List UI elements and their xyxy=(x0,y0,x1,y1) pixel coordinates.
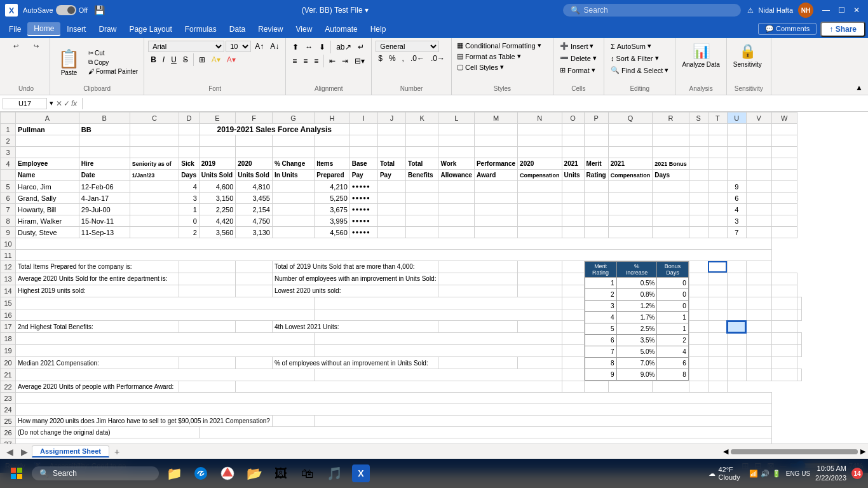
cell-a8[interactable]: Hiram, Walker xyxy=(16,215,79,227)
cell-a23[interactable] xyxy=(16,393,772,404)
next-sheet-button[interactable]: ▶ xyxy=(17,447,32,457)
cell-v4[interactable] xyxy=(746,158,771,170)
cell-a21[interactable] xyxy=(16,369,315,381)
cell-d7[interactable]: 1 xyxy=(179,204,200,215)
cell-s20[interactable] xyxy=(689,357,708,369)
battery-icon[interactable]: 🔋 xyxy=(772,470,781,478)
cell-p9[interactable] xyxy=(584,227,608,238)
increase-decimal-button[interactable]: .0→ xyxy=(428,53,447,64)
search-bar[interactable]: 🔍 xyxy=(563,4,741,17)
cell-k8[interactable] xyxy=(406,215,438,227)
taskbar-chrome[interactable] xyxy=(216,462,239,485)
cell-v22[interactable] xyxy=(689,381,708,393)
cell-i1[interactable] xyxy=(349,124,377,135)
cell-u19[interactable] xyxy=(746,345,771,357)
cell-q6[interactable] xyxy=(608,193,653,204)
taskbar-edge[interactable] xyxy=(189,462,212,485)
cell-a4b[interactable]: Name xyxy=(16,170,79,181)
cell-t21[interactable] xyxy=(727,369,746,381)
cell-u18[interactable] xyxy=(746,333,771,345)
cell-j6[interactable] xyxy=(377,193,405,204)
cell-s22[interactable] xyxy=(584,381,608,393)
cell-p14[interactable] xyxy=(562,285,584,297)
cell-t19[interactable] xyxy=(727,345,746,357)
strikethrough-button[interactable]: S xyxy=(180,55,191,65)
cell-k7[interactable] xyxy=(406,204,438,215)
cell-h2[interactable] xyxy=(315,135,350,147)
cell-o19[interactable] xyxy=(562,345,584,357)
cell-u5[interactable]: 9 xyxy=(727,181,746,193)
format-button[interactable]: ⊞Format▾ xyxy=(557,65,599,76)
cell-b3[interactable] xyxy=(79,147,130,158)
cell-o6[interactable] xyxy=(562,193,584,204)
cell-m3[interactable] xyxy=(474,147,517,158)
number-format-select[interactable]: General xyxy=(376,41,439,52)
cell-e4b[interactable]: Units Sold xyxy=(199,170,236,181)
cell-g9[interactable] xyxy=(272,227,314,238)
cell-b5[interactable]: 12-Feb-06 xyxy=(79,181,130,193)
paste-button[interactable]: 📋 Paste xyxy=(54,47,84,78)
cell-h17[interactable]: 4th Lowest 2021 Units: xyxy=(272,321,438,333)
cut-button[interactable]: ✂Cut xyxy=(86,49,140,57)
cell-l9[interactable] xyxy=(438,227,474,238)
cell-w3[interactable] xyxy=(771,147,797,158)
decrease-indent-button[interactable]: ⇤ xyxy=(327,55,338,67)
cell-o18[interactable] xyxy=(562,333,584,345)
font-color-button[interactable]: A▾ xyxy=(224,55,238,65)
cell-q7[interactable] xyxy=(608,204,653,215)
cell-o17[interactable] xyxy=(518,321,562,333)
insert-button[interactable]: ➕Insert▾ xyxy=(557,41,599,51)
cell-p3[interactable] xyxy=(584,147,608,158)
cell-b6[interactable]: 4-Jan-17 xyxy=(79,193,130,204)
cell-f9[interactable]: 3,130 xyxy=(236,227,273,238)
cell-u6[interactable]: 6 xyxy=(727,193,746,204)
cell-n8[interactable] xyxy=(518,215,562,227)
cell-n2[interactable] xyxy=(518,135,562,147)
cell-w7[interactable] xyxy=(771,204,797,215)
cell-h21[interactable] xyxy=(315,369,562,381)
menu-insert[interactable]: Insert xyxy=(60,23,92,36)
cell-a13[interactable]: Average 2020 Units Sold for the entire d… xyxy=(16,273,179,285)
sort-filter-button[interactable]: ↕Sort & Filter▾ xyxy=(608,53,671,64)
cell-t4[interactable] xyxy=(708,158,727,170)
cell-v13[interactable] xyxy=(746,273,771,285)
decrease-font-button[interactable]: A↓ xyxy=(268,41,281,51)
cell-q4[interactable]: 2021 xyxy=(608,158,653,170)
cell-f7[interactable]: 2,154 xyxy=(236,204,273,215)
cell-f4[interactable]: 2020 xyxy=(236,158,273,170)
prev-sheet-button[interactable]: ◀ xyxy=(3,447,17,457)
cell-o12[interactable] xyxy=(518,261,562,273)
cell-v20[interactable] xyxy=(746,357,771,369)
maximize-button[interactable]: ☐ xyxy=(835,4,848,17)
find-select-button[interactable]: 🔍Find & Select▾ xyxy=(608,65,671,76)
cell-r2[interactable] xyxy=(653,135,689,147)
cell-u9[interactable]: 7 xyxy=(727,227,746,238)
cell-p13[interactable] xyxy=(562,273,584,285)
cell-w9[interactable] xyxy=(771,227,797,238)
scroll-left-icon[interactable]: ◀ xyxy=(723,447,728,456)
cell-u3[interactable] xyxy=(727,147,746,158)
comma-button[interactable]: , xyxy=(400,53,407,64)
cell-l2[interactable] xyxy=(438,135,474,147)
cell-t7[interactable] xyxy=(708,204,727,215)
cell-c4[interactable]: Seniority as of xyxy=(130,158,179,170)
cell-t4b[interactable] xyxy=(708,170,727,181)
cell-t15[interactable] xyxy=(727,297,746,309)
cell-o7[interactable] xyxy=(562,204,584,215)
cell-a27[interactable] xyxy=(16,438,772,444)
cell-w13[interactable] xyxy=(771,273,797,285)
cell-m1[interactable] xyxy=(474,124,517,135)
cell-w21[interactable] xyxy=(797,369,801,381)
cell-g25[interactable] xyxy=(272,416,314,427)
cell-j1[interactable] xyxy=(377,124,405,135)
cell-a5[interactable]: Harco, Jim xyxy=(16,181,79,193)
cell-o14[interactable] xyxy=(518,285,562,297)
align-right-button[interactable]: ≡ xyxy=(311,55,321,67)
cell-a24[interactable] xyxy=(16,404,772,416)
cell-h19[interactable] xyxy=(315,345,562,357)
cell-v2[interactable] xyxy=(746,135,771,147)
cell-s4[interactable] xyxy=(689,158,708,170)
cell-a9[interactable]: Dusty, Steve xyxy=(16,227,79,238)
cell-g2[interactable] xyxy=(272,135,314,147)
cell-m9[interactable] xyxy=(474,227,517,238)
